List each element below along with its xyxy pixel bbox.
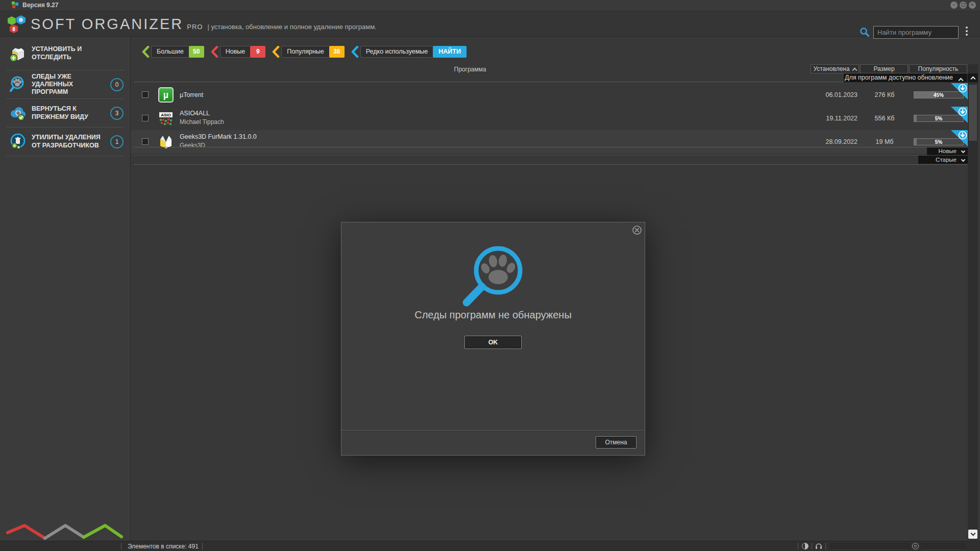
filter-tag-label: Новые: [220, 46, 251, 58]
sidebar-item-label: ВЕРНУТЬСЯ К ПРЕЖНЕМУ ВИДУ: [32, 105, 104, 121]
row-checkbox[interactable]: [142, 91, 149, 98]
row-checkbox[interactable]: [142, 138, 149, 145]
cancel-button[interactable]: Отмена: [596, 436, 636, 448]
installed-date: 06.01.2023: [796, 91, 857, 98]
uninstall-tools-icon: [9, 133, 27, 151]
app-edition: PRO: [187, 23, 203, 31]
sidebar: УСТАНОВИТЬ И ОТСЛЕДИТЬ СЛЕДЫ УЖЕ УДАЛЕНН…: [0, 37, 131, 541]
status-pane: [921, 543, 965, 550]
program-size: 276 Кб: [862, 91, 908, 98]
statusbar: Элементов в списке: 491: [0, 541, 980, 551]
filter-tag-label: Редко используемые: [360, 46, 433, 58]
minimize-button[interactable]: –: [950, 2, 958, 9]
divider: [798, 543, 798, 549]
sidebar-item-label: УТИЛИТЫ УДАЛЕНИЯ ОТ РАЗРАБОТЧИКОВ: [32, 134, 104, 149]
vertical-scrollbar[interactable]: [968, 64, 978, 540]
search-icon: [860, 27, 870, 37]
column-header-popularity[interactable]: Популярность: [909, 64, 967, 73]
status-pane: [830, 543, 910, 550]
collapse-icon: [959, 78, 964, 83]
update-available-banner[interactable]: Для программ доступно обновление: [844, 73, 967, 82]
filter-tag-count: 9: [250, 46, 265, 58]
chevron-down-icon: [961, 158, 965, 162]
divider: [134, 155, 968, 156]
sidebar-item-badge: 1: [110, 135, 124, 148]
app-header: SOFT ORGANIZER PRO | установка, обновлен…: [0, 11, 980, 37]
chevron-down-icon: [970, 531, 975, 536]
theme-contrast-icon[interactable]: [802, 543, 808, 549]
cloud-restore-icon: [9, 104, 27, 122]
scroll-up-button[interactable]: [968, 73, 978, 82]
filter-tag-new[interactable]: Новые 9: [210, 46, 266, 58]
chevron-left-icon: [141, 46, 150, 58]
program-size: 556 Кб: [862, 115, 908, 122]
table-row-asio4all[interactable]: ASIO ASIO4ALL Michael Tippach 19.11.2022…: [131, 107, 968, 130]
sidebar-item-traces[interactable]: СЛЕДЫ УЖЕ УДАЛЕННЫХ ПРОГРАММ 0: [0, 70, 130, 98]
chevron-down-icon: [961, 149, 965, 153]
update-available-icon[interactable]: [951, 83, 968, 100]
sidebar-item-label: СЛЕДЫ УЖЕ УДАЛЕННЫХ ПРОГРАММ: [32, 73, 104, 96]
filter-tag-large[interactable]: Большие 50: [141, 46, 204, 58]
divider: [202, 543, 203, 549]
divider: [134, 147, 968, 147]
filter-tag-rarely-used[interactable]: Редко используемые НАЙТИ: [351, 46, 467, 58]
installed-date: 19.11.2022: [796, 115, 857, 122]
sidebar-item-install-and-track[interactable]: УСТАНОВИТЬ И ОТСЛЕДИТЬ: [0, 37, 130, 70]
program-size: 19 Мб: [862, 138, 908, 145]
sidebar-item-label: УСТАНОВИТЬ И ОТСЛЕДИТЬ: [32, 45, 104, 61]
sort-asc-icon: [852, 67, 857, 72]
filter-tag-label: Большие: [151, 46, 189, 58]
update-available-icon[interactable]: [951, 130, 968, 147]
group-selector-new[interactable]: Новые: [927, 147, 968, 155]
filter-tag-count: 38: [329, 46, 345, 58]
group-selector-old[interactable]: Старые: [918, 156, 968, 164]
divider: [134, 82, 844, 82]
find-button[interactable]: НАЙТИ: [433, 46, 467, 58]
sidebar-item-restore[interactable]: ВЕРНУТЬСЯ К ПРЕЖНЕМУ ВИДУ 3: [0, 99, 130, 127]
divider: [825, 543, 826, 549]
close-button[interactable]: ×: [969, 2, 976, 9]
support-headset-icon[interactable]: [815, 542, 823, 550]
table-row-utorrent[interactable]: µ µTorrent 06.01.2023 276 Кб 45%: [131, 83, 968, 107]
scroll-down-button[interactable]: [968, 530, 977, 539]
app-tagline: | установка, обновление и полное удалени…: [207, 23, 376, 31]
program-name: Geeks3D FurMark 1.31.0.0: [180, 133, 257, 140]
installed-date: 28.09.2022: [796, 138, 857, 145]
program-name: µTorrent: [180, 91, 203, 98]
divider: [121, 543, 121, 549]
menu-kebab-icon[interactable]: [966, 27, 968, 36]
column-header-program: Программа: [131, 66, 810, 73]
settings-target-icon[interactable]: [912, 543, 919, 549]
table-row-furmark[interactable]: Geeks3D FurMark 1.31.0.0 Geeks3D 28.09.2…: [131, 130, 968, 154]
program-vendor: Geeks3D: [180, 142, 205, 149]
program-vendor: Michael Tippach: [180, 118, 224, 126]
window-title: Версия 9.27: [22, 2, 58, 9]
filter-tags-bar: Большие 50 Новые 9 Популярные 38 Редко и…: [141, 46, 467, 58]
divider: [812, 543, 812, 549]
utorrent-icon: µ: [158, 87, 174, 103]
app-logo-icon: [7, 14, 28, 35]
filter-tag-popular[interactable]: Популярные 38: [272, 46, 345, 58]
maximize-button[interactable]: ▢: [960, 2, 967, 9]
chevron-up-icon: [970, 77, 975, 82]
chevron-left-icon: [210, 46, 218, 58]
chevron-left-icon: [351, 46, 359, 58]
no-traces-dialog: Следы программ не обнаружены OK Отмена: [341, 222, 645, 456]
sidebar-item-badge: 3: [110, 107, 124, 120]
scrollbar-thumb[interactable]: [969, 85, 977, 141]
asio4all-icon: ASIO: [158, 111, 174, 126]
ok-button[interactable]: OK: [464, 336, 522, 349]
chevron-left-icon: [272, 46, 280, 58]
filter-tag-count: 50: [189, 46, 204, 58]
dialog-footer-divider: [341, 430, 645, 431]
update-available-icon[interactable]: [951, 107, 968, 123]
column-header-installed[interactable]: Установлена: [811, 64, 859, 73]
search-input[interactable]: [873, 26, 959, 39]
dialog-close-icon[interactable]: [632, 226, 642, 235]
row-checkbox[interactable]: [142, 115, 149, 121]
sidebar-item-uninstall-utilities[interactable]: УТИЛИТЫ УДАЛЕНИЯ ОТ РАЗРАБОТЧИКОВ 1: [0, 128, 130, 156]
divider: [134, 164, 968, 165]
column-header-size[interactable]: Размер: [860, 64, 908, 73]
sidebar-item-badge: 0: [110, 78, 124, 91]
titlebar: Версия 9.27 – ▢ ×: [0, 0, 980, 11]
